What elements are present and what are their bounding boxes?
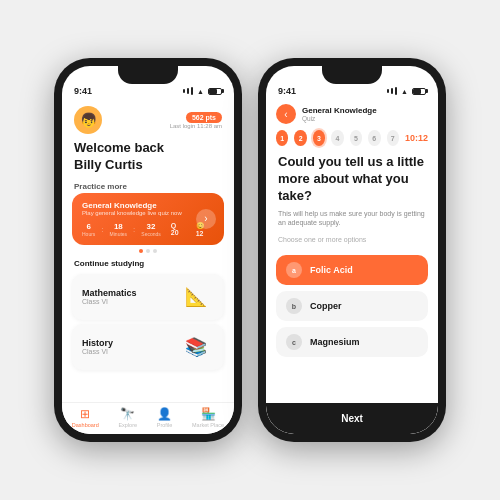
nav-dashboard[interactable]: ⊞ Dashboard (72, 407, 99, 428)
nav-marketplace[interactable]: 🏪 Market Place (192, 407, 224, 428)
last-login: Last login 11:28 am (170, 123, 222, 129)
profile-label: Profile (157, 422, 173, 428)
dashboard-label: Dashboard (72, 422, 99, 428)
marketplace-label: Market Place (192, 422, 224, 428)
battery-1 (208, 88, 222, 95)
option-a-text: Folic Acid (310, 265, 353, 275)
step-7: 7 (387, 130, 399, 146)
choose-label: Choose one or more options (278, 236, 426, 243)
study-card-history[interactable]: History Class VI 📚 (72, 324, 224, 370)
welcome-line1: Welcome back (74, 140, 222, 157)
dashboard-icon: ⊞ (80, 407, 90, 421)
stat-hours-label: Hours (82, 231, 95, 237)
notch-1 (118, 66, 178, 84)
gk-card-title: General Knowledge (82, 201, 214, 210)
step-5: 5 (350, 130, 362, 146)
dot-3 (153, 249, 157, 253)
step-4: 4 (331, 130, 343, 146)
p1-header: 👦 562 pts Last login 11:28 am (62, 100, 234, 138)
phone-1-screen: 9:41 ▲ 👦 562 pts Last lo (62, 66, 234, 434)
option-c-letter: c (286, 334, 302, 350)
phone-1: 9:41 ▲ 👦 562 pts Last lo (54, 58, 242, 442)
option-c-text: Magnesium (310, 337, 360, 347)
step-2: 2 (294, 130, 306, 146)
dot-2 (146, 249, 150, 253)
q-count: Q 20 (171, 222, 186, 236)
practice-label: Practice more (62, 178, 234, 193)
question-text: Could you tell us a little more about wh… (278, 154, 426, 205)
pts-section: 562 pts Last login 11:28 am (170, 112, 222, 129)
continue-label: Continue studying (62, 257, 234, 270)
study-card-math-info: Mathematics Class VI (82, 288, 137, 305)
profile-icon: 👤 (157, 407, 172, 421)
study-card-history-info: History Class VI (82, 338, 113, 355)
stat-min-val: 18 (114, 222, 123, 231)
avatar-1: 👦 (74, 106, 102, 134)
option-b[interactable]: b Copper (276, 291, 428, 321)
math-class: Class VI (82, 298, 137, 305)
dot-1 (139, 249, 143, 253)
phone-2: 9:41 ▲ ‹ General Knowledge Quiz (258, 58, 446, 442)
signal-2 (187, 88, 189, 94)
option-b-text: Copper (310, 301, 342, 311)
welcome-line2: Billy Curtis (74, 157, 222, 174)
back-button[interactable]: ‹ (276, 104, 296, 124)
stat-hours: 6 Hours (82, 222, 95, 237)
option-b-letter: b (286, 298, 302, 314)
option-a[interactable]: a Folic Acid (276, 255, 428, 285)
nav-profile[interactable]: 👤 Profile (157, 407, 173, 428)
quiz-timer: 10:12 (405, 133, 428, 143)
quiz-steps: 1 2 3 4 5 6 7 10:12 (266, 124, 438, 150)
stat-min-label: Minutes (110, 231, 128, 237)
signal-3 (191, 87, 193, 95)
wifi-icon-1: ▲ (197, 88, 204, 95)
stat-sec-val: 32 (147, 222, 156, 231)
time-2: 9:41 (278, 86, 296, 96)
option-c[interactable]: c Magnesium (276, 327, 428, 357)
question-hint: This will help us make sure your body is… (278, 209, 426, 229)
gk-card[interactable]: General Knowledge Play general knowledge… (72, 193, 224, 245)
pts-badge: 562 pts (186, 112, 222, 123)
option-a-letter: a (286, 262, 302, 278)
quiz-title: General Knowledge (302, 106, 428, 115)
stat-hours-val: 6 (86, 222, 90, 231)
status-icons-1: ▲ (183, 87, 222, 95)
stat-seconds: 32 Seconds (141, 222, 160, 237)
explore-label: Explore (118, 422, 137, 428)
gk-arrow-button[interactable]: › (196, 209, 216, 229)
step-3: 3 (313, 130, 325, 146)
quiz-question-section: Could you tell us a little more about wh… (266, 150, 438, 255)
quiz-subtitle: Quiz (302, 115, 428, 122)
explore-icon: 🔭 (120, 407, 135, 421)
stat-sec-label: Seconds (141, 231, 160, 237)
notch-2 (322, 66, 382, 84)
bottom-nav: ⊞ Dashboard 🔭 Explore 👤 Profile 🏪 Market… (62, 402, 234, 434)
gk-card-subtitle: Play general knowledge live quiz now (82, 210, 214, 216)
stat-minutes: 18 Minutes (110, 222, 128, 237)
math-icon: 📐 (178, 282, 214, 312)
gk-stats: 6 Hours : 18 Minutes : 32 Seconds Q 20 😊… (82, 222, 214, 237)
time-1: 9:41 (74, 86, 92, 96)
math-subject: Mathematics (82, 288, 137, 298)
welcome-section: Welcome back Billy Curtis (62, 138, 234, 178)
battery-2 (412, 88, 426, 95)
quiz-title-block: General Knowledge Quiz (302, 106, 428, 122)
next-button[interactable]: Next (266, 403, 438, 434)
quiz-header: ‹ General Knowledge Quiz (266, 100, 438, 124)
step-1: 1 (276, 130, 288, 146)
history-subject: History (82, 338, 113, 348)
signal-1 (183, 89, 185, 93)
user-avatar: 👦 (74, 106, 102, 134)
carousel-dots (62, 245, 234, 257)
phone-2-screen: 9:41 ▲ ‹ General Knowledge Quiz (266, 66, 438, 434)
status-icons-2: ▲ (387, 87, 426, 95)
history-icon: 📚 (178, 332, 214, 362)
study-card-math[interactable]: Mathematics Class VI 📐 (72, 274, 224, 320)
marketplace-icon: 🏪 (201, 407, 216, 421)
nav-explore[interactable]: 🔭 Explore (118, 407, 137, 428)
step-6: 6 (368, 130, 380, 146)
wifi-icon-2: ▲ (401, 88, 408, 95)
history-class: Class VI (82, 348, 113, 355)
